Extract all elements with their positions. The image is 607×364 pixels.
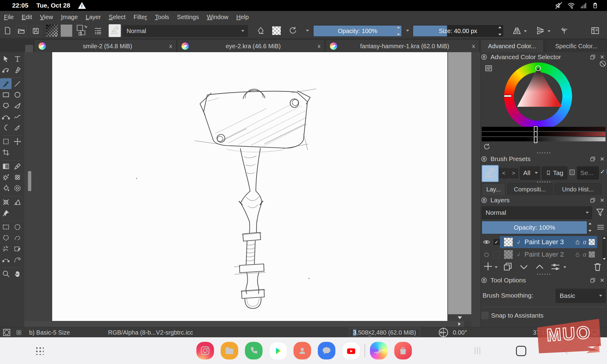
canvas[interactable] xyxy=(52,52,447,322)
close-tab-icon[interactable]: x xyxy=(169,43,172,49)
mirror-vertical-button[interactable] xyxy=(535,25,546,36)
layer-properties-button[interactable] xyxy=(550,261,561,272)
workspace-chooser-button[interactable] xyxy=(590,25,600,36)
move-layer-up-button[interactable] xyxy=(534,261,545,272)
layer-opacity-spin-buttons[interactable] xyxy=(588,223,592,232)
float-docker-icon[interactable] xyxy=(590,197,596,203)
lock-icon[interactable] xyxy=(481,156,487,162)
canvas-rotation-angle[interactable]: 0.00° xyxy=(453,327,467,338)
reference-images-tool[interactable] xyxy=(0,207,12,218)
freehand-selection-tool[interactable] xyxy=(12,232,23,243)
mirror-horizontal-button[interactable] xyxy=(512,25,522,36)
reload-preset-button[interactable] xyxy=(288,25,298,36)
float-docker-icon[interactable] xyxy=(590,277,596,283)
magnetic-selection-tool[interactable] xyxy=(12,254,23,265)
horizontal-scrollbar[interactable] xyxy=(24,321,471,327)
image-dimensions-field[interactable]: 3,508 x 2,480 (62.0 MiB) xyxy=(349,327,420,338)
trim-canvas-button[interactable] xyxy=(559,25,569,36)
edit-brush-settings-button[interactable] xyxy=(109,24,121,37)
eraser-mode-button[interactable] xyxy=(256,25,266,36)
rectangle-tool[interactable] xyxy=(0,89,12,100)
eye-closed-icon[interactable] xyxy=(483,251,490,258)
shade-strip-3[interactable] xyxy=(482,137,605,141)
color-selector-settings-icon[interactable] xyxy=(485,64,493,72)
preset-next-button[interactable]: > xyxy=(509,168,518,178)
close-icon[interactable]: × xyxy=(600,155,604,163)
close-tab-icon[interactable]: x xyxy=(318,43,321,49)
selection-mode-icon[interactable] xyxy=(16,327,22,338)
dynamic-brush-tool[interactable] xyxy=(0,122,12,133)
layer-thumbnail[interactable] xyxy=(504,250,513,259)
lock-icon[interactable] xyxy=(575,239,581,245)
preset-search-input[interactable]: Se... xyxy=(577,166,599,180)
menu-window[interactable]: Window xyxy=(203,11,232,23)
opacity-options-arrow[interactable] xyxy=(406,30,409,32)
mirror-v-options-arrow[interactable] xyxy=(548,30,551,32)
layer-thumbnail[interactable] xyxy=(504,238,513,247)
gradient-tool[interactable] xyxy=(0,161,12,172)
zoom-tool[interactable] xyxy=(0,268,12,279)
menu-view[interactable]: View xyxy=(36,11,57,23)
docker-splitter[interactable] xyxy=(537,152,551,153)
current-brush-preset[interactable] xyxy=(482,165,499,182)
refresh-colors-icon[interactable] xyxy=(483,143,490,150)
alpha-lock-icon[interactable]: α xyxy=(583,239,586,246)
blending-mode-dropdown[interactable]: Normal xyxy=(123,25,248,37)
contacts-app[interactable] xyxy=(293,342,311,359)
color-sampler-tool[interactable] xyxy=(12,161,23,172)
color-wheel[interactable] xyxy=(504,62,572,130)
size-spin-buttons[interactable] xyxy=(497,26,502,35)
layer-select-checkbox[interactable]: ✓ xyxy=(493,238,500,246)
tab-layers[interactable]: Lay... xyxy=(482,183,505,195)
document-tab[interactable]: eye-2.kra (46.6 MiB)x xyxy=(177,39,325,52)
save-button[interactable] xyxy=(30,25,41,36)
scroll-right-button[interactable] xyxy=(456,321,463,327)
layer-row[interactable]: Paint Layer 2α xyxy=(481,248,602,261)
toolbar-options-arrow[interactable] xyxy=(306,30,309,32)
bezier-curve-tool[interactable] xyxy=(0,111,12,122)
mirror-h-options-arrow[interactable] xyxy=(524,30,527,32)
snap-to-assistants-checkbox[interactable] xyxy=(481,312,489,319)
brush-preset-list-icon[interactable] xyxy=(93,25,103,36)
inherit-alpha-icon[interactable] xyxy=(515,239,521,245)
lock-icon[interactable] xyxy=(481,54,487,60)
inherit-alpha-icon[interactable] xyxy=(515,251,521,258)
layer-properties-options-arrow[interactable] xyxy=(563,266,566,268)
close-icon[interactable]: × xyxy=(600,276,604,285)
document-tab[interactable]: smile-2 (54.8 MiB)x xyxy=(34,39,177,52)
tag-button[interactable]: Tag xyxy=(542,166,567,180)
layers-scrollbar[interactable] xyxy=(602,236,606,261)
bezier-selection-tool[interactable] xyxy=(0,254,12,265)
menu-help[interactable]: Help xyxy=(232,11,253,23)
layer-filter-icon[interactable] xyxy=(595,207,605,217)
alpha-channel-icon[interactable] xyxy=(589,251,595,258)
opacity-spin-buttons[interactable] xyxy=(396,26,401,35)
vertical-scrollbar[interactable] xyxy=(448,52,471,314)
transform-tool[interactable] xyxy=(0,136,12,147)
opacity-slider[interactable]: Opacity: 100% xyxy=(313,25,402,37)
instagram-app[interactable] xyxy=(196,342,214,359)
gradient-chooser[interactable] xyxy=(46,25,58,37)
polyline-tool[interactable] xyxy=(12,100,23,111)
measure-tool[interactable] xyxy=(12,197,23,207)
ellipse-tool[interactable] xyxy=(12,89,23,100)
transform-select-tool[interactable] xyxy=(0,53,12,64)
tag-filter-dropdown[interactable]: All xyxy=(520,166,540,180)
delete-layer-button[interactable] xyxy=(592,261,603,272)
fill-tool[interactable] xyxy=(0,183,12,194)
scroll-down-button[interactable] xyxy=(448,314,471,321)
add-layer-button[interactable] xyxy=(483,261,493,272)
layer-opacity-slider[interactable]: Opacity: 100% xyxy=(482,221,587,234)
menu-settings[interactable]: Settings xyxy=(173,11,203,23)
float-docker-icon[interactable] xyxy=(590,156,596,162)
multibrush-tool[interactable] xyxy=(12,122,23,133)
rectangular-selection-tool[interactable] xyxy=(0,221,12,232)
eye-icon[interactable] xyxy=(483,238,490,246)
menu-filter[interactable]: Filter xyxy=(130,11,151,23)
elliptical-selection-tool[interactable] xyxy=(12,221,23,232)
lock-icon[interactable] xyxy=(575,251,581,258)
canvas-rotation-widget[interactable] xyxy=(438,327,449,338)
lock-icon[interactable] xyxy=(481,197,487,204)
messages-app[interactable] xyxy=(318,342,335,359)
edit-shapes-tool[interactable] xyxy=(0,64,12,75)
